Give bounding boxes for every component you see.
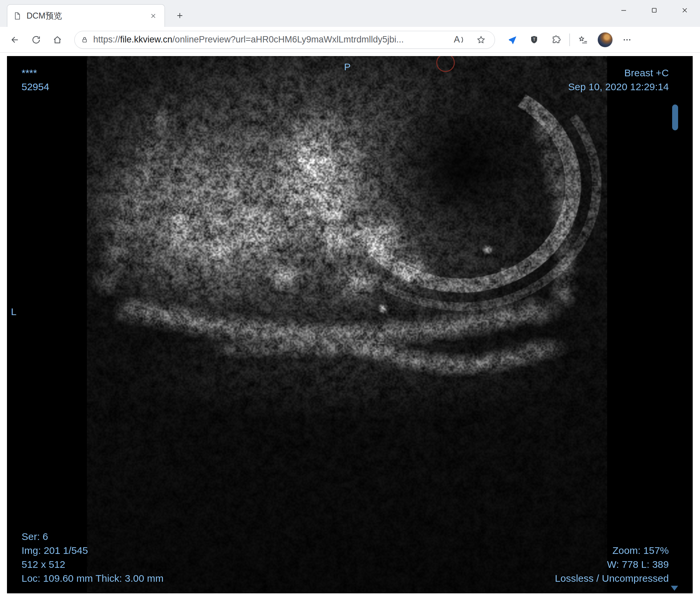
url-domain: file.kkview.cn: [120, 34, 173, 45]
extensions-button[interactable]: [547, 31, 565, 48]
series-number: Ser: 6: [22, 530, 164, 544]
read-aloud-button[interactable]: A: [450, 32, 469, 47]
tab-strip: DCM预览: [0, 0, 700, 27]
extension-send-button[interactable]: [504, 31, 521, 48]
image-matrix: 512 x 512: [22, 557, 164, 571]
paper-plane-icon: [507, 35, 517, 45]
slice-location: Loc: 109.60 mm Thick: 3.00 mm: [22, 571, 164, 586]
zoom-level: Zoom: 157%: [555, 544, 669, 557]
lock-icon[interactable]: [81, 36, 89, 44]
puzzle-icon: [551, 35, 561, 45]
url-text: https://file.kkview.cn/onlinePreview?url…: [93, 34, 445, 45]
maximize-icon: [650, 6, 658, 14]
ellipsis-icon: [622, 35, 632, 45]
close-window-button[interactable]: [670, 0, 700, 21]
overlay-study-info: Breast +C Sep 10, 2020 12:29:14: [568, 66, 669, 94]
dicom-viewer[interactable]: **** 52954 P L Breast +C Sep 10, 2020 12…: [7, 56, 693, 593]
close-icon: [150, 12, 157, 20]
patient-name: ****: [22, 66, 49, 80]
url-path: /onlinePreview?url=aHR0cHM6Ly9maWxlLmtrd…: [173, 34, 404, 45]
study-datetime: Sep 10, 2020 12:29:14: [568, 80, 669, 94]
read-aloud-icon: A: [454, 34, 460, 45]
refresh-button[interactable]: [27, 31, 45, 49]
favorites-hub-icon: [578, 35, 588, 45]
profile-avatar-button[interactable]: [597, 31, 614, 48]
favorites-list-button[interactable]: [575, 31, 592, 48]
minimize-icon: [620, 6, 628, 14]
more-menu-button[interactable]: [618, 31, 635, 48]
maximize-button[interactable]: [639, 0, 670, 21]
compression-info: Lossless / Uncompressed: [555, 571, 669, 586]
extension-shield-button[interactable]: T: [525, 31, 543, 48]
shield-icon: T: [529, 35, 539, 45]
tab-title: DCM预览: [27, 10, 143, 21]
tab-dcm-preview[interactable]: DCM预览: [7, 4, 165, 27]
navigation-bar: https://file.kkview.cn/onlinePreview?url…: [0, 27, 700, 53]
avatar: [598, 32, 613, 47]
study-description: Breast +C: [568, 66, 669, 80]
url-scheme: https://: [93, 34, 120, 45]
orientation-marker-left: L: [11, 305, 17, 319]
back-button[interactable]: [6, 31, 24, 49]
address-bar[interactable]: https://file.kkview.cn/onlinePreview?url…: [74, 31, 495, 49]
document-icon: [12, 11, 22, 21]
favorite-star-button[interactable]: [473, 32, 489, 47]
star-icon: [476, 35, 486, 45]
extension-row: T: [504, 31, 635, 48]
plus-icon: [175, 11, 184, 20]
minimize-button[interactable]: [608, 0, 639, 21]
window-level: W: 778 L: 389: [555, 557, 669, 571]
svg-text:T: T: [533, 37, 535, 42]
page-background: **** 52954 P L Breast +C Sep 10, 2020 12…: [0, 53, 700, 597]
read-aloud-wave-icon: [460, 35, 465, 44]
scrollbar-down-arrow[interactable]: [671, 586, 678, 591]
new-tab-button[interactable]: [172, 8, 188, 24]
orientation-marker-posterior: P: [344, 60, 351, 74]
overlay-patient-info: **** 52954: [22, 66, 49, 94]
patient-id: 52954: [22, 80, 49, 94]
home-button[interactable]: [48, 31, 66, 49]
tab-close-button[interactable]: [147, 10, 159, 22]
viewer-scrollbar-thumb[interactable]: [672, 104, 678, 130]
overlay-display-info: Zoom: 157% W: 778 L: 389 Lossless / Unco…: [555, 544, 669, 586]
back-arrow-icon: [10, 35, 20, 45]
home-icon: [52, 35, 62, 45]
window-controls: [608, 0, 700, 21]
overlay-series-info: Ser: 6 Img: 201 1/545 512 x 512 Loc: 109…: [22, 530, 164, 586]
toolbar-divider: [569, 33, 570, 46]
dicom-image-canvas[interactable]: [87, 56, 607, 593]
image-number: Img: 201 1/545: [22, 544, 164, 557]
refresh-icon: [31, 35, 41, 45]
close-icon: [681, 6, 689, 14]
